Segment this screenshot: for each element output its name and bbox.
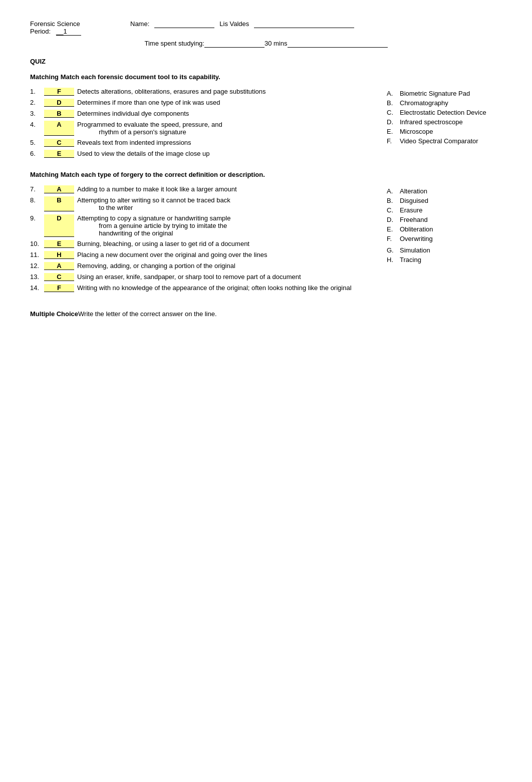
section2-answers: A. Alteration B. Disguised C. Erasure D.… [387, 185, 502, 295]
header-left: Forensic Science Period: __1 [30, 20, 110, 36]
q5-num: 5. [30, 139, 44, 147]
s2-answer-H-text: Tracing [400, 256, 421, 264]
question-6: 6. E Used to view the details of the ima… [30, 150, 367, 158]
q9-text: Attempting to copy a signature or handwr… [77, 214, 367, 237]
q14-text: Writing with no knowledge of the appeara… [77, 284, 367, 292]
answer-E: E. Microscope [387, 128, 502, 135]
q3-num: 3. [30, 110, 44, 118]
q3-answer: B [44, 110, 74, 118]
q10-text: Burning, bleaching, or using a laser to … [77, 240, 367, 248]
q9-answer: D [44, 214, 74, 237]
s2-answer-C: C. Erasure [387, 206, 502, 214]
s2-answer-H: H. Tracing [387, 256, 502, 264]
section1-answers: A. Biometric Signature Pad B. Chromatogr… [387, 88, 502, 161]
section3-instructions: Write the letter of the correct answer o… [78, 310, 217, 318]
question-1: 1. F Detects alterations, obliterations,… [30, 88, 367, 96]
s2-answer-D-text: Freehand [400, 216, 428, 223]
header: Forensic Science Period: __1 Name: Lis V… [30, 20, 502, 48]
section1-questions: 1. F Detects alterations, obliterations,… [30, 88, 367, 161]
section1-answer-list: A. Biometric Signature Pad B. Chromatogr… [387, 90, 502, 145]
time-value: 30 mins [264, 40, 288, 48]
section3-label: Multiple Choice [30, 310, 78, 318]
q1-text: Detects alterations, obliterations, eras… [77, 88, 367, 96]
q13-num: 13. [30, 273, 44, 281]
q12-num: 12. [30, 262, 44, 270]
q11-text: Placing a new document over the original… [77, 251, 367, 259]
question-9: 9. D Attempting to copy a signature or h… [30, 214, 367, 237]
q4-num: 4. [30, 121, 44, 136]
q1-num: 1. [30, 88, 44, 96]
q11-num: 11. [30, 251, 44, 259]
q6-num: 6. [30, 150, 44, 158]
name-underline [154, 20, 214, 28]
section1-matching: 1. F Detects alterations, obliterations,… [30, 88, 502, 161]
s2-answer-G: G. Simulation [387, 246, 502, 254]
s2-answer-B-text: Disguised [400, 197, 428, 204]
q6-answer: E [44, 150, 74, 158]
q6-text: Used to view the details of the image cl… [77, 150, 367, 158]
name-label: Name: [130, 20, 149, 28]
q8-num: 8. [30, 196, 44, 211]
period-line: Period: __1 [30, 28, 110, 36]
answer-B-text: Chromatography [400, 99, 448, 107]
header-center: Name: Lis Valdes [130, 20, 502, 28]
answer-D: D. Infrared spectroscope [387, 118, 502, 126]
q10-answer: E [44, 240, 74, 248]
q2-num: 2. [30, 99, 44, 107]
q2-text: Determines if more than one type of ink … [77, 99, 367, 107]
answer-C-text: Electrostatic Detection Device [400, 109, 486, 116]
answer-E-text: Microscope [400, 128, 433, 135]
answer-A: A. Biometric Signature Pad [387, 90, 502, 97]
period-label: Period: [30, 28, 51, 35]
q7-num: 7. [30, 185, 44, 193]
section2-questions: 7. A Adding to a number to make it look … [30, 185, 367, 295]
section1-instructions: Matching Match each forensic document to… [30, 73, 502, 81]
s2-answer-F-text: Overwriting [400, 235, 433, 242]
q13-answer: C [44, 273, 74, 281]
question-8: 8. B Attempting to alter writing so it c… [30, 196, 367, 211]
answer-C: C. Electrostatic Detection Device [387, 109, 502, 116]
q13-text: Using an eraser, knife, sandpaper, or sh… [77, 273, 367, 281]
name-value: Lis Valdes [219, 20, 249, 28]
question-5: 5. C Reveals text from indented impressi… [30, 139, 367, 147]
q7-answer: A [44, 185, 74, 193]
s2-answer-G-text: Simulation [400, 246, 430, 254]
question-7: 7. A Adding to a number to make it look … [30, 185, 367, 193]
q8-answer: B [44, 196, 74, 211]
q2-answer: D [44, 99, 74, 107]
q5-answer: C [44, 139, 74, 147]
answer-F-text: Video Spectral Comparator [400, 137, 478, 145]
s2-answer-A-text: Alteration [400, 187, 427, 195]
q3-text: Determines individual dye components [77, 110, 367, 118]
section3: Multiple ChoiceWrite the letter of the c… [30, 310, 502, 318]
question-13: 13. C Using an eraser, knife, sandpaper,… [30, 273, 367, 281]
answer-A-text: Biometric Signature Pad [400, 90, 470, 97]
q12-answer: A [44, 262, 74, 270]
question-3: 3. B Determines individual dye component… [30, 110, 367, 118]
section2-answer-list: A. Alteration B. Disguised C. Erasure D.… [387, 187, 502, 264]
q10-num: 10. [30, 240, 44, 248]
q1-answer: F [44, 88, 74, 96]
time-label: Time spent studying: [145, 40, 204, 48]
q4-answer: A [44, 121, 74, 136]
answer-B: B. Chromatography [387, 99, 502, 107]
question-12: 12. A Removing, adding, or changing a po… [30, 262, 367, 270]
section2-instructions: Matching Match each type of forgery to t… [30, 171, 502, 178]
section2-matching: 7. A Adding to a number to make it look … [30, 185, 502, 295]
q8-text: Attempting to alter writing so it cannot… [77, 196, 367, 211]
q5-text: Reveals text from indented impressions [77, 139, 367, 147]
s2-answer-E-text: Obliteration [400, 225, 433, 233]
time-underline [204, 40, 264, 48]
s2-answer-F: F. Overwriting [387, 235, 502, 242]
time-underline2 [288, 40, 388, 48]
answer-D-text: Infrared spectroscope [400, 118, 463, 126]
s2-answer-E: E. Obliteration [387, 225, 502, 233]
q14-answer: F [44, 284, 74, 292]
s2-answer-C-text: Erasure [400, 206, 423, 214]
q4-text: Programmed to evaluate the speed, pressu… [77, 121, 367, 136]
q9-num: 9. [30, 214, 44, 237]
question-10: 10. E Burning, bleaching, or using a las… [30, 240, 367, 248]
s2-answer-D: D. Freehand [387, 216, 502, 223]
period-value: __1 [56, 28, 81, 36]
s2-answer-A: A. Alteration [387, 187, 502, 195]
